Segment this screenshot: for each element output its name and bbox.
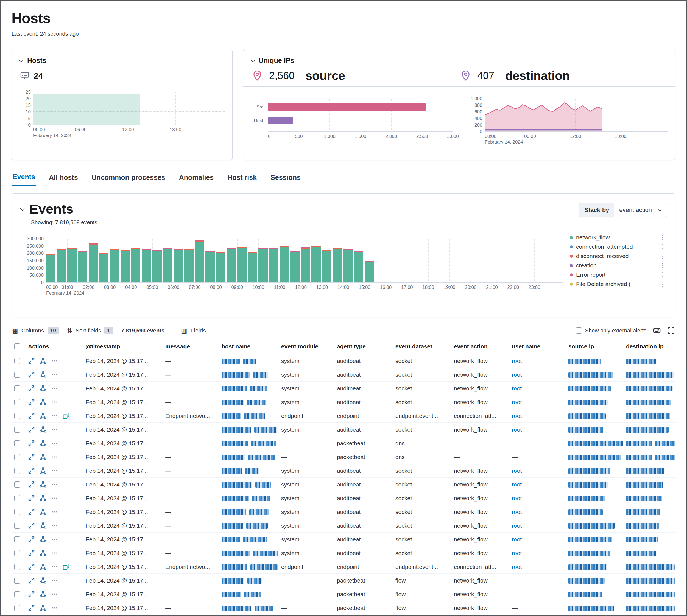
- analyze-event-icon[interactable]: [40, 591, 46, 598]
- user-name-link[interactable]: root: [512, 413, 522, 419]
- legend-item-menu-icon[interactable]: ⋮: [658, 234, 667, 241]
- user-name-link[interactable]: root: [512, 564, 522, 570]
- chart-plot-area[interactable]: [485, 99, 668, 132]
- analyze-event-icon[interactable]: [40, 495, 46, 502]
- analyze-event-icon[interactable]: [40, 454, 46, 460]
- user-name-link[interactable]: root: [512, 550, 522, 556]
- more-actions-icon[interactable]: [51, 495, 58, 502]
- open-session-view-icon[interactable]: [63, 412, 69, 419]
- analyze-event-icon[interactable]: [40, 604, 46, 611]
- expand-event-icon[interactable]: [28, 440, 35, 447]
- analyze-event-icon[interactable]: [40, 385, 46, 392]
- expand-event-icon[interactable]: [28, 550, 35, 556]
- col-header-eventdataset[interactable]: event.dataset: [393, 339, 451, 354]
- chart-plot-area[interactable]: [268, 99, 453, 132]
- chart-plot-area[interactable]: [33, 92, 225, 125]
- expand-event-icon[interactable]: [28, 604, 35, 611]
- legend-item-menu-icon[interactable]: ⋮: [658, 271, 667, 278]
- row-checkbox[interactable]: [14, 454, 20, 460]
- show-external-alerts-toggle[interactable]: Show only external alerts: [576, 328, 646, 334]
- row-checkbox[interactable]: [14, 372, 20, 378]
- more-actions-icon[interactable]: [51, 522, 58, 529]
- col-header-eventmodule[interactable]: event.module: [278, 339, 334, 354]
- more-actions-icon[interactable]: [51, 550, 58, 556]
- row-checkbox[interactable]: [14, 605, 20, 611]
- events-stacked-bar-chart[interactable]: 050,000100,000150,000200,000250,000300,0…: [20, 239, 563, 296]
- select-all-checkbox[interactable]: [14, 344, 20, 349]
- more-actions-icon[interactable]: [51, 371, 58, 378]
- row-checkbox[interactable]: [14, 591, 20, 597]
- more-actions-icon[interactable]: [51, 426, 58, 433]
- expand-event-icon[interactable]: [28, 371, 35, 378]
- more-actions-icon[interactable]: [51, 454, 58, 460]
- open-session-view-icon[interactable]: [63, 563, 69, 570]
- analyze-event-icon[interactable]: [40, 440, 46, 447]
- tab-host-risk[interactable]: Host risk: [227, 173, 257, 186]
- legend-item[interactable]: connection_attempted⋮: [570, 242, 667, 251]
- row-checkbox[interactable]: [14, 482, 20, 487]
- more-actions-icon[interactable]: [51, 412, 58, 419]
- col-header-agenttype[interactable]: agent.type: [334, 339, 393, 354]
- row-checkbox[interactable]: [14, 523, 20, 529]
- row-checkbox[interactable]: [14, 399, 20, 405]
- collapse-chevron-icon[interactable]: [19, 58, 24, 63]
- tab-anomalies[interactable]: Anomalies: [178, 173, 214, 186]
- more-actions-icon[interactable]: [51, 536, 58, 543]
- row-checkbox[interactable]: [14, 550, 20, 556]
- user-name-link[interactable]: root: [512, 358, 522, 364]
- analyze-event-icon[interactable]: [40, 550, 46, 556]
- tab-events[interactable]: Events: [12, 173, 36, 186]
- row-checkbox[interactable]: [14, 509, 20, 515]
- expand-event-icon[interactable]: [28, 591, 35, 598]
- user-name-link[interactable]: root: [512, 467, 522, 474]
- more-actions-icon[interactable]: [51, 440, 58, 447]
- tab-sessions[interactable]: Sessions: [270, 173, 301, 186]
- more-actions-icon[interactable]: [51, 591, 58, 598]
- col-header-timestamp[interactable]: @timestamp↓: [83, 339, 163, 354]
- more-actions-icon[interactable]: [51, 357, 58, 364]
- row-checkbox[interactable]: [14, 564, 20, 570]
- legend-item-menu-icon[interactable]: ⋮: [658, 243, 667, 250]
- collapse-chevron-icon[interactable]: [251, 58, 255, 63]
- expand-event-icon[interactable]: [28, 481, 35, 488]
- stack-by-select[interactable]: event.action: [614, 203, 667, 217]
- analyze-event-icon[interactable]: [40, 371, 46, 378]
- legend-item-menu-icon[interactable]: ⋮: [658, 252, 667, 260]
- row-checkbox[interactable]: [14, 358, 20, 364]
- expand-event-icon[interactable]: [28, 357, 35, 364]
- user-name-link[interactable]: root: [512, 385, 522, 392]
- expand-event-icon[interactable]: [28, 399, 35, 405]
- tab-all-hosts[interactable]: All hosts: [48, 173, 79, 186]
- fields-button[interactable]: ▥ Fields: [181, 327, 206, 334]
- legend-item-menu-icon[interactable]: ⋮: [658, 281, 667, 288]
- more-actions-icon[interactable]: [51, 399, 58, 405]
- expand-event-icon[interactable]: [28, 508, 35, 515]
- analyze-event-icon[interactable]: [40, 508, 46, 515]
- analyze-event-icon[interactable]: [40, 536, 46, 543]
- analyze-event-icon[interactable]: [40, 563, 46, 570]
- more-actions-icon[interactable]: [51, 467, 58, 474]
- row-checkbox[interactable]: [14, 536, 20, 543]
- legend-item[interactable]: File Delete archived (⋮: [570, 280, 667, 289]
- legend-item[interactable]: network_flow⋮: [570, 233, 667, 242]
- row-checkbox[interactable]: [14, 468, 20, 474]
- expand-event-icon[interactable]: [28, 385, 35, 392]
- user-name-link[interactable]: root: [512, 522, 522, 529]
- user-name-link[interactable]: root: [512, 509, 522, 515]
- row-checkbox[interactable]: [14, 577, 20, 584]
- chart-plot-area[interactable]: [46, 239, 563, 283]
- col-header-eventaction[interactable]: event.action: [451, 339, 509, 354]
- expand-event-icon[interactable]: [28, 412, 35, 419]
- col-header-destinationip[interactable]: destination.ip: [623, 339, 675, 354]
- col-header-sourceip[interactable]: source.ip: [566, 339, 623, 354]
- legend-item[interactable]: disconnect_received⋮: [570, 251, 667, 261]
- col-header-hostname[interactable]: host.name: [219, 339, 278, 354]
- col-header-message[interactable]: message: [163, 339, 219, 354]
- tab-uncommon-processes[interactable]: Uncommon processes: [91, 173, 166, 186]
- analyze-event-icon[interactable]: [40, 399, 46, 405]
- more-actions-icon[interactable]: [51, 481, 58, 488]
- keyboard-shortcuts-icon[interactable]: [653, 327, 661, 334]
- user-name-link[interactable]: root: [512, 495, 522, 501]
- analyze-event-icon[interactable]: [40, 481, 46, 488]
- columns-button[interactable]: ▦ Columns 10: [12, 327, 59, 334]
